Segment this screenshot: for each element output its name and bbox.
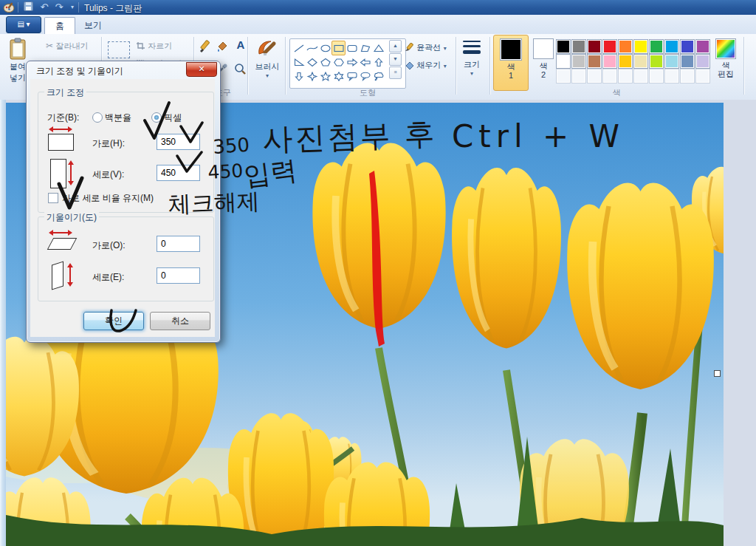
- palette-color-swatch[interactable]: [587, 54, 602, 69]
- percent-label[interactable]: 백분율: [105, 112, 131, 124]
- palette-color-swatch[interactable]: [587, 39, 602, 54]
- width-label: 가로(H):: [92, 137, 125, 150]
- palette-empty-slot[interactable]: [556, 69, 571, 83]
- app-menu-button[interactable]: ▤ ▾: [6, 16, 41, 33]
- palette-color-swatch[interactable]: [695, 39, 710, 54]
- palette-color-swatch[interactable]: [556, 54, 571, 69]
- shape-six-point-star[interactable]: [331, 69, 346, 83]
- shape-right-triangle[interactable]: [292, 55, 306, 69]
- fill-shape-button[interactable]: 채우기 ▾: [405, 60, 447, 71]
- shape-five-point-star[interactable]: [318, 69, 332, 83]
- palette-color-swatch[interactable]: [664, 39, 679, 54]
- scissors-icon: ✂: [46, 41, 53, 51]
- palette-color-swatch[interactable]: [695, 54, 710, 69]
- shape-oval-callout[interactable]: [358, 69, 372, 83]
- palette-empty-slot[interactable]: [602, 69, 617, 83]
- close-button[interactable]: ✕: [186, 62, 217, 77]
- keep-ratio-label[interactable]: 가로 세로 비율 유지(M): [62, 192, 154, 205]
- chevron-down-icon: ▾: [444, 45, 447, 52]
- shape-right-arrow[interactable]: [345, 55, 359, 69]
- save-button[interactable]: [22, 1, 34, 13]
- pixel-radio[interactable]: [151, 112, 162, 123]
- palette-color-swatch[interactable]: [618, 54, 633, 69]
- palette-color-swatch[interactable]: [571, 54, 586, 69]
- qat-dropdown-icon[interactable]: ▾: [68, 1, 77, 13]
- palette-empty-slot[interactable]: [695, 69, 710, 83]
- ok-button[interactable]: 확인: [83, 312, 144, 330]
- palette-color-swatch[interactable]: [602, 54, 617, 69]
- shapes-scroll-down-button[interactable]: ▼: [389, 53, 402, 66]
- palette-color-swatch[interactable]: [680, 54, 695, 69]
- shape-rounded-callout[interactable]: [345, 69, 359, 83]
- tab-home[interactable]: 홈: [44, 17, 75, 35]
- palette-color-swatch[interactable]: [633, 39, 648, 54]
- shape-polygon[interactable]: [358, 41, 372, 55]
- palette-color-swatch[interactable]: [680, 39, 695, 54]
- select-button[interactable]: [108, 41, 130, 58]
- pencil-tool-button[interactable]: [198, 40, 213, 55]
- redo-button[interactable]: ↷: [53, 1, 65, 13]
- shape-rectangle[interactable]: [331, 41, 346, 55]
- palette-color-swatch[interactable]: [649, 54, 664, 69]
- fill-tool-button[interactable]: [216, 40, 230, 55]
- canvas-resize-handle[interactable]: [714, 370, 721, 377]
- edit-colors-button[interactable]: 색 편집: [710, 37, 741, 78]
- pentagon-icon: [320, 58, 331, 67]
- palette-empty-slot[interactable]: [618, 69, 633, 83]
- cancel-button[interactable]: 취소: [150, 312, 210, 330]
- palette-empty-slot[interactable]: [664, 69, 679, 83]
- shape-cloud-callout[interactable]: [371, 69, 385, 83]
- shape-triangle[interactable]: [371, 41, 385, 55]
- shape-rounded-rectangle[interactable]: [345, 41, 359, 55]
- shapes-more-button[interactable]: ≡: [389, 66, 402, 79]
- palette-color-swatch[interactable]: [556, 39, 571, 54]
- palette-empty-slot[interactable]: [571, 69, 586, 83]
- cut-button[interactable]: ✂ 잘라내기: [46, 41, 88, 52]
- shape-left-arrow[interactable]: [358, 55, 372, 69]
- shapes-scroll-up-button[interactable]: ▲: [389, 40, 402, 52]
- up-arrow-icon: [373, 58, 385, 67]
- shape-line[interactable]: [292, 41, 306, 55]
- palette-empty-slot[interactable]: [633, 69, 648, 83]
- tab-view[interactable]: 보기: [74, 17, 112, 34]
- shape-curve[interactable]: [305, 41, 319, 55]
- resize-skew-dialog[interactable]: 크기 조정 및 기울이기 ✕ 크기 조정 기준(B): 백분율 픽셀 가로(H)…: [26, 61, 221, 343]
- palette-color-swatch[interactable]: [633, 54, 648, 69]
- color1-label: 색: [494, 62, 528, 71]
- skew-v-input[interactable]: [157, 267, 200, 284]
- skew-h-input[interactable]: [157, 236, 200, 252]
- crop-button[interactable]: 자르기: [136, 41, 172, 52]
- shape-four-point-star[interactable]: [305, 69, 319, 83]
- shape-ellipse[interactable]: [318, 41, 332, 55]
- keep-ratio-checkbox[interactable]: [48, 193, 58, 203]
- shape-diamond[interactable]: [305, 55, 319, 69]
- text-tool-button[interactable]: A: [233, 38, 248, 53]
- height-input[interactable]: [157, 165, 200, 181]
- shape-hexagon[interactable]: [331, 55, 346, 69]
- skew-horizontal-icon: [47, 238, 78, 250]
- shape-down-arrow[interactable]: [292, 69, 306, 83]
- outline-button[interactable]: 윤곽선 ▾: [405, 42, 447, 53]
- size-label: 크기: [459, 59, 484, 70]
- palette-color-swatch[interactable]: [602, 39, 617, 54]
- color1-button[interactable]: 색 1: [493, 35, 529, 91]
- palette-color-swatch[interactable]: [664, 54, 679, 69]
- six-point-star-icon: [333, 72, 345, 81]
- palette-color-swatch[interactable]: [618, 39, 633, 54]
- curve-icon: [306, 44, 318, 53]
- shape-up-arrow[interactable]: [371, 55, 385, 69]
- width-input[interactable]: [157, 134, 200, 150]
- palette-empty-slot[interactable]: [680, 69, 695, 83]
- size-button[interactable]: 크기 ▾: [459, 38, 484, 77]
- shape-pentagon[interactable]: [318, 55, 332, 69]
- pixel-label[interactable]: 픽셀: [164, 112, 182, 124]
- palette-empty-slot[interactable]: [649, 69, 664, 83]
- palette-color-swatch[interactable]: [571, 39, 586, 54]
- magnifier-tool-button[interactable]: [233, 62, 248, 77]
- percent-radio[interactable]: [92, 112, 103, 123]
- color2-button[interactable]: 색 2: [531, 35, 556, 89]
- palette-color-swatch[interactable]: [649, 39, 664, 54]
- palette-empty-slot[interactable]: [587, 69, 602, 83]
- brush-button[interactable]: 브러시 ▾: [252, 38, 283, 79]
- undo-button[interactable]: ↶: [38, 1, 50, 13]
